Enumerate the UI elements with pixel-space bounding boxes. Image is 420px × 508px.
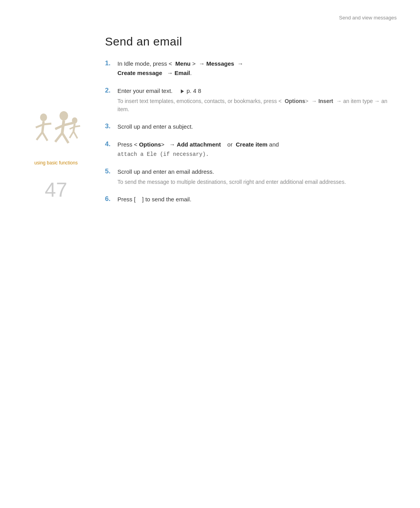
step-3-content: Scroll up and enter a subject. — [117, 122, 397, 131]
svg-line-9 — [62, 133, 68, 143]
svg-line-1 — [42, 121, 44, 132]
step-6-text: Press [ ] to send the email. — [117, 196, 191, 203]
step-5-subtext: To send the message to multiple destinat… — [117, 178, 397, 186]
step-3-number: 3. — [105, 122, 117, 130]
dancers-icon — [29, 109, 83, 155]
svg-point-6 — [60, 111, 68, 120]
page-header: Send and view messages — [339, 15, 397, 21]
step-2: 2. Enter your email text. p. 4 8 To inse… — [105, 86, 397, 113]
svg-line-11 — [64, 123, 74, 125]
svg-line-14 — [70, 131, 74, 138]
sidebar: using basic functions 47 — [17, 109, 95, 201]
step-1: 1. In Idle mode, press < Menu > → Messag… — [105, 59, 397, 78]
steps-list: 1. In Idle mode, press < Menu > → Messag… — [105, 59, 397, 204]
step-2-content: Enter your email text. p. 4 8 To insert … — [117, 86, 397, 113]
svg-line-2 — [37, 132, 42, 140]
main-content: Send an email 1. In Idle mode, press < M… — [105, 35, 397, 213]
step-6: 6. Press [ ] to send the email. — [105, 195, 397, 204]
svg-line-5 — [44, 124, 51, 124]
section-title: Send an email — [105, 35, 397, 48]
step-4-text: Press < Options> → Add attachment or Cre… — [117, 141, 279, 157]
step-3-text: Scroll up and enter a subject. — [117, 123, 193, 130]
step-5-content: Scroll up and enter an email address. To… — [117, 167, 397, 186]
step-6-content: Press [ ] to send the email. — [117, 195, 397, 204]
step-5-number: 5. — [105, 168, 117, 175]
step-3: 3. Scroll up and enter a subject. — [105, 122, 397, 131]
step-5: 5. Scroll up and enter an email address.… — [105, 167, 397, 186]
step-1-content: In Idle mode, press < Menu > → Messages … — [117, 59, 397, 78]
step-1-number: 1. — [105, 59, 117, 67]
step-4-content: Press < Options> → Add attachment or Cre… — [117, 140, 397, 159]
step-2-number: 2. — [105, 87, 117, 94]
step-4: 4. Press < Options> → Add attachment or … — [105, 140, 397, 159]
step-2-text: Enter your email text. p. 4 8 — [117, 87, 201, 94]
svg-line-15 — [74, 131, 77, 138]
step-6-number: 6. — [105, 195, 117, 203]
svg-point-0 — [40, 113, 47, 121]
svg-line-3 — [42, 132, 47, 141]
step-1-text: In Idle mode, press < Menu > → Messages … — [117, 60, 243, 76]
page-number: 47 — [45, 178, 67, 201]
step-2-subtext: To insert text templates, emoticons, con… — [117, 97, 397, 113]
svg-line-17 — [75, 126, 80, 127]
svg-line-8 — [55, 133, 62, 142]
sidebar-label: using basic functions — [34, 160, 77, 166]
sidebar-illustration — [29, 109, 83, 155]
step-5-text: Scroll up and enter an email address. — [117, 168, 214, 175]
step-4-number: 4. — [105, 140, 117, 148]
svg-point-12 — [72, 117, 77, 124]
